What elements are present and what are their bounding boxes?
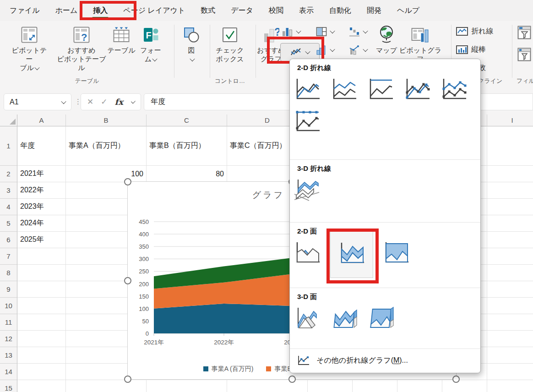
- chart-selection-handle[interactable]: [124, 277, 131, 284]
- chart-selection-handle[interactable]: [124, 376, 131, 383]
- chart-type-stacked-line[interactable]: [330, 77, 358, 103]
- ribbon-tab-ヘルプ[interactable]: ヘルプ: [389, 0, 427, 21]
- ribbon-tab-数式[interactable]: 数式: [193, 0, 223, 21]
- cell-C1[interactable]: 事業B（百万円）: [147, 126, 227, 166]
- cell-B2[interactable]: 100: [66, 166, 147, 182]
- recommended-pivottables-button[interactable]: ? おすすめピボットテーブル: [54, 24, 109, 72]
- ribbon-tab-データ[interactable]: データ: [223, 0, 261, 21]
- illustrations-button[interactable]: 図: [179, 24, 204, 63]
- chart-selection-handle[interactable]: [452, 376, 460, 383]
- chart-type-100-stacked-line-with-markers[interactable]: [294, 109, 321, 135]
- cell-C2[interactable]: 80: [147, 166, 227, 182]
- ribbon-tab-開発[interactable]: 開発: [359, 0, 389, 21]
- forms-button[interactable]: F フォーム: [137, 24, 164, 63]
- cell-A7[interactable]: [17, 248, 66, 265]
- cell-A11[interactable]: [17, 314, 66, 331]
- col-header-A[interactable]: A: [17, 114, 66, 126]
- ribbon-tab-ホーム[interactable]: ホーム: [48, 0, 86, 21]
- chart-type-line-with-markers[interactable]: [403, 77, 431, 103]
- col-header-B[interactable]: B: [66, 114, 147, 126]
- cell-A6[interactable]: 2025年: [17, 232, 66, 248]
- chart-type-3d-stacked-area[interactable]: [330, 306, 358, 332]
- row-header-4[interactable]: 4: [0, 199, 17, 215]
- insert-column-chart-button[interactable]: [282, 27, 300, 37]
- chart-type-stacked-area[interactable]: [330, 231, 373, 278]
- cell-H15[interactable]: [442, 380, 487, 392]
- pivotchart-button[interactable]: ピボットグラフ: [397, 24, 443, 63]
- cell-A4[interactable]: 2023年: [17, 199, 66, 215]
- insert-statistic-chart-button[interactable]: [316, 45, 334, 55]
- chart-type-3d-area[interactable]: [294, 306, 321, 332]
- col-header-I[interactable]: I: [487, 114, 533, 126]
- name-box[interactable]: A1: [4, 93, 71, 110]
- pivot-table-button[interactable]: ピボットテーブル: [9, 24, 49, 72]
- chart-type-100-stacked-line[interactable]: [367, 77, 394, 103]
- row-header-8[interactable]: 8: [0, 265, 17, 281]
- cell-G15[interactable]: [397, 380, 442, 392]
- cell-B1[interactable]: 事業A（百万円）: [66, 126, 147, 166]
- slicer-button[interactable]: [517, 26, 531, 39]
- cell-I4[interactable]: [487, 199, 533, 215]
- cell-I1[interactable]: [487, 126, 533, 166]
- row-header-12[interactable]: 12: [0, 331, 17, 347]
- chart-selection-handle[interactable]: [124, 178, 131, 185]
- row-header-1[interactable]: 1: [0, 126, 17, 166]
- cell-I14[interactable]: [487, 364, 533, 380]
- row-header-6[interactable]: 6: [0, 232, 17, 248]
- maps-button[interactable]: マップ: [373, 24, 400, 54]
- chart-selection-handle[interactable]: [288, 376, 296, 383]
- more-line-charts-item[interactable]: その他の折れ線グラフ(M)...: [290, 349, 480, 372]
- row-header-3[interactable]: 3: [0, 182, 17, 199]
- cell-A1[interactable]: 年度: [17, 126, 66, 166]
- row-header-5[interactable]: 5: [0, 215, 17, 232]
- cell-A15[interactable]: [17, 380, 66, 392]
- select-all-corner[interactable]: [0, 114, 17, 126]
- row-header-14[interactable]: 14: [0, 364, 17, 380]
- row-header-15[interactable]: 15: [0, 380, 17, 392]
- cell-I9[interactable]: [487, 281, 533, 298]
- cell-I2[interactable]: [487, 166, 533, 182]
- insert-function-icon[interactable]: fx: [115, 97, 123, 107]
- cell-B15[interactable]: [66, 380, 147, 392]
- insert-combo-chart-button[interactable]: [349, 45, 367, 55]
- cancel-icon[interactable]: ✕: [87, 97, 93, 107]
- ribbon-tab-ページ レイアウト[interactable]: ページ レイアウト: [115, 0, 193, 21]
- ribbon-tab-自動化[interactable]: 自動化: [321, 0, 359, 21]
- cell-I6[interactable]: [487, 232, 533, 248]
- row-header-10[interactable]: 10: [0, 298, 17, 314]
- cell-I8[interactable]: [487, 265, 533, 281]
- ribbon-tab-挿入[interactable]: 挿入: [85, 0, 115, 21]
- cell-I11[interactable]: [487, 314, 533, 331]
- cell-I13[interactable]: [487, 347, 533, 364]
- cell-I15[interactable]: [487, 380, 533, 392]
- cell-I3[interactable]: [487, 182, 533, 199]
- cell-A9[interactable]: [17, 281, 66, 298]
- table-button[interactable]: テーブル: [104, 24, 138, 54]
- cell-I12[interactable]: [487, 331, 533, 347]
- row-header-13[interactable]: 13: [0, 347, 17, 364]
- timeline-button[interactable]: [517, 48, 531, 61]
- chart-type-3d-line[interactable]: [294, 178, 321, 203]
- cell-A10[interactable]: [17, 298, 66, 314]
- sparkline-line-button[interactable]: 折れ線: [456, 27, 493, 36]
- cell-A5[interactable]: 2024年: [17, 215, 66, 232]
- chart-type-area[interactable]: [294, 240, 321, 266]
- cell-A2[interactable]: 2021年: [17, 166, 66, 182]
- chart-type-line[interactable]: [294, 77, 321, 103]
- ribbon-tab-ファイル[interactable]: ファイル: [2, 0, 48, 21]
- cell-A14[interactable]: [17, 364, 66, 380]
- ribbon-tab-表示[interactable]: 表示: [291, 0, 321, 21]
- cell-A3[interactable]: 2022年: [17, 182, 66, 199]
- ribbon-tab-校閲[interactable]: 校閲: [261, 0, 291, 21]
- cell-I10[interactable]: [487, 298, 533, 314]
- cell-E15[interactable]: [308, 380, 353, 392]
- cell-D15[interactable]: [227, 380, 308, 392]
- row-header-7[interactable]: 7: [0, 248, 17, 265]
- cell-C15[interactable]: [147, 380, 227, 392]
- chart-type-3d-100-stacked-area[interactable]: [367, 306, 394, 332]
- insert-waterfall-chart-button[interactable]: [349, 27, 367, 37]
- cell-A8[interactable]: [17, 265, 66, 281]
- cell-I7[interactable]: [487, 248, 533, 265]
- insert-hierarchy-chart-button[interactable]: [316, 27, 334, 37]
- chart-type-100-stacked-area[interactable]: [382, 240, 410, 266]
